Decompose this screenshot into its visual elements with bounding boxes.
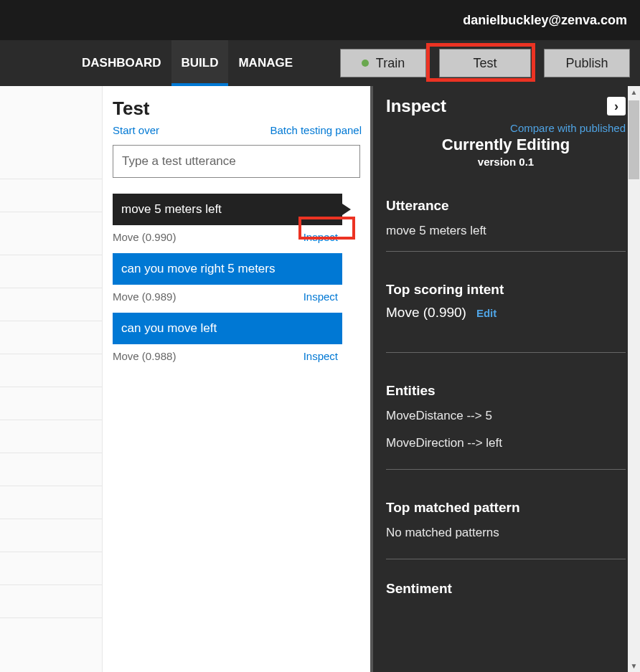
utterance-score: Move (0.988) xyxy=(113,350,176,362)
train-button[interactable]: Train xyxy=(340,49,426,77)
start-over-link[interactable]: Start over xyxy=(113,124,159,136)
top-bar: danielbuckley@zenva.com xyxy=(0,0,640,40)
train-label: Train xyxy=(376,56,405,71)
version-label: version 0.1 xyxy=(386,156,626,168)
utterance-row: move 5 meters left Move (0.990) Inspect xyxy=(113,194,342,245)
batch-testing-link[interactable]: Batch testing panel xyxy=(270,124,362,136)
nav-build[interactable]: BUILD xyxy=(171,40,229,86)
currently-editing-label: Currently Editing xyxy=(386,136,626,154)
section-divider xyxy=(386,251,626,252)
scroll-up-arrow-icon[interactable]: ▲ xyxy=(628,86,640,98)
test-button[interactable]: Test xyxy=(439,49,531,77)
utterance-score: Move (0.989) xyxy=(113,290,176,303)
nav-manage[interactable]: MANAGE xyxy=(228,40,303,86)
compare-with-published-link[interactable]: Compare with published xyxy=(386,122,626,134)
utterance-bubble[interactable]: can you move left xyxy=(113,313,342,344)
sentiment-heading: Sentiment xyxy=(386,581,626,597)
left-strip xyxy=(0,86,103,672)
test-panel: Test Start over Batch testing panel Type… xyxy=(103,86,370,672)
top-pattern-value: No matched patterns xyxy=(386,526,626,540)
utterance-row: can you move left Move (0.988) Inspect xyxy=(113,313,342,364)
entities-heading: Entities xyxy=(386,383,626,399)
inspect-link[interactable]: Inspect xyxy=(299,289,342,304)
test-label: Test xyxy=(473,56,497,71)
utterance-input[interactable]: Type a test utterance xyxy=(113,145,360,178)
inspect-link[interactable]: Inspect xyxy=(299,349,342,364)
chevron-right-icon[interactable]: › xyxy=(607,97,626,115)
scroll-down-arrow-icon[interactable]: ▼ xyxy=(628,660,640,672)
utterance-bubble[interactable]: can you move right 5 meters xyxy=(113,253,342,285)
top-pattern-heading: Top matched pattern xyxy=(386,500,626,516)
test-panel-title: Test xyxy=(113,98,362,120)
scrollbar[interactable]: ▲ ▼ xyxy=(628,86,640,672)
inspect-link[interactable]: Inspect xyxy=(299,229,342,245)
nav-bar: DASHBOARD BUILD MANAGE Train Test Publis… xyxy=(0,40,640,86)
utterance-score: Move (0.990) xyxy=(113,231,176,243)
inspect-title: Inspect xyxy=(386,96,446,116)
nav-dashboard[interactable]: DASHBOARD xyxy=(72,40,171,86)
section-divider xyxy=(386,352,626,353)
utterance-list: move 5 meters left Move (0.990) Inspect … xyxy=(113,194,362,364)
section-divider xyxy=(386,559,626,559)
entity-row: MoveDistance --> 5 xyxy=(386,409,626,423)
main-area: Test Start over Batch testing panel Type… xyxy=(0,86,640,672)
utterance-value: move 5 meters left xyxy=(386,224,626,238)
section-divider xyxy=(386,469,626,470)
publish-label: Publish xyxy=(565,56,608,71)
train-status-dot-icon xyxy=(362,60,369,67)
publish-button[interactable]: Publish xyxy=(544,49,630,77)
top-intent-heading: Top scoring intent xyxy=(386,282,626,298)
top-intent-value: Move (0.990) xyxy=(386,305,466,321)
edit-intent-link[interactable]: Edit xyxy=(476,307,497,319)
user-email: danielbuckley@zenva.com xyxy=(463,13,627,28)
entity-row: MoveDirection --> left xyxy=(386,436,626,450)
inspect-panel: Inspect › Compare with published Current… xyxy=(373,86,640,672)
utterance-row: can you move right 5 meters Move (0.989)… xyxy=(113,253,342,304)
utterance-bubble[interactable]: move 5 meters left xyxy=(113,194,342,225)
scrollbar-thumb[interactable] xyxy=(629,100,639,179)
utterance-heading: Utterance xyxy=(386,198,626,214)
